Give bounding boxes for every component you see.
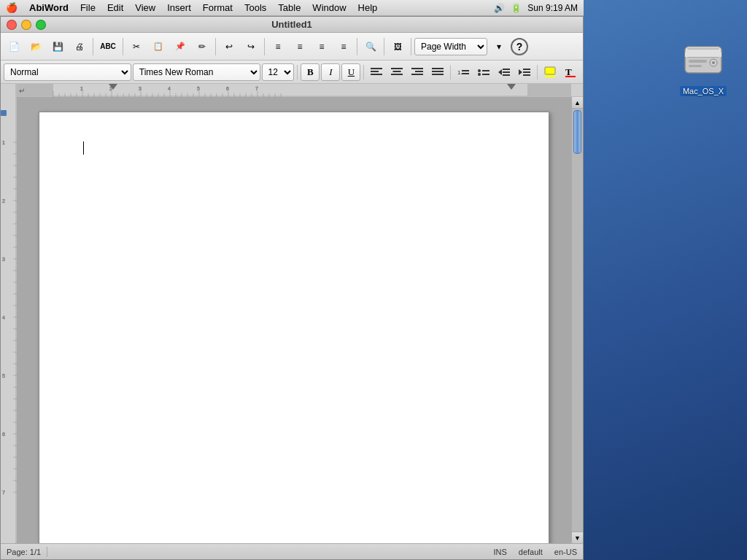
view-menu[interactable]: View bbox=[135, 2, 155, 13]
svg-point-23 bbox=[478, 69, 481, 72]
zoom-select[interactable]: Page Width 100% 75% 150% bbox=[414, 38, 487, 55]
hdd-icon-image bbox=[680, 36, 727, 83]
language: en-US bbox=[554, 548, 577, 556]
font-select[interactable]: Times New Roman Arial Helvetica Courier … bbox=[133, 63, 260, 81]
main-area: 1 2 3 4 bbox=[17, 84, 583, 543]
indent-increase-button[interactable] bbox=[515, 63, 534, 81]
bold-icon: B bbox=[307, 66, 314, 78]
unordered-list-icon bbox=[478, 67, 489, 77]
file-menu[interactable]: File bbox=[80, 2, 96, 13]
svg-marker-31 bbox=[519, 69, 522, 75]
ordered-list-icon: 1. bbox=[457, 67, 469, 77]
svg-rect-16 bbox=[411, 74, 423, 75]
zoom-dropdown-button[interactable]: ▾ bbox=[489, 36, 509, 57]
cut-button[interactable]: ✂ bbox=[126, 36, 147, 57]
svg-text:6: 6 bbox=[2, 432, 5, 437]
format-sep-3 bbox=[450, 65, 451, 79]
page-info: Page: 1/1 bbox=[7, 548, 41, 556]
svg-rect-2 bbox=[685, 52, 721, 57]
apple-menu[interactable]: 🍎 bbox=[6, 2, 18, 13]
align-left-icon: ≡ bbox=[275, 42, 280, 52]
separator-7 bbox=[411, 38, 411, 55]
app-name-menu[interactable]: AbiWord bbox=[29, 2, 69, 13]
svg-text:5: 5 bbox=[2, 373, 5, 378]
insert-menu[interactable]: Insert bbox=[167, 2, 191, 13]
svg-text:4: 4 bbox=[168, 86, 171, 91]
window-menu[interactable]: Window bbox=[312, 2, 346, 13]
tools-menu[interactable]: Tools bbox=[244, 2, 266, 13]
font-color-button[interactable]: T bbox=[561, 63, 580, 81]
text-align-left-button[interactable] bbox=[367, 63, 386, 81]
indent-decrease-button[interactable] bbox=[495, 63, 514, 81]
highlight-color-button[interactable] bbox=[541, 63, 560, 81]
speaker-icon: 🔊 bbox=[494, 3, 505, 13]
justify-button[interactable]: ≡ bbox=[333, 36, 354, 57]
ordered-list-button[interactable]: 1. bbox=[454, 63, 473, 81]
undo-icon: ↩ bbox=[225, 42, 233, 52]
separator-2 bbox=[123, 38, 123, 55]
underline-icon: U bbox=[348, 66, 355, 78]
svg-rect-32 bbox=[523, 69, 530, 70]
help-button[interactable]: ? bbox=[511, 38, 528, 55]
unordered-list-button[interactable] bbox=[474, 63, 493, 81]
svg-rect-29 bbox=[503, 71, 510, 73]
underline-button[interactable]: U bbox=[341, 63, 360, 81]
svg-text:1.: 1. bbox=[457, 69, 462, 76]
scroll-down-button[interactable]: ▼ bbox=[572, 532, 584, 543]
justify-icon bbox=[432, 67, 444, 77]
justify-icon: ≡ bbox=[341, 42, 346, 52]
svg-text:4: 4 bbox=[2, 315, 5, 320]
format-menu[interactable]: Format bbox=[203, 2, 233, 13]
document-scroll[interactable] bbox=[17, 97, 571, 543]
svg-text:1: 1 bbox=[2, 140, 5, 145]
svg-rect-28 bbox=[503, 69, 510, 70]
document-page[interactable] bbox=[39, 112, 549, 543]
copy-button[interactable]: 📋 bbox=[148, 36, 169, 57]
new-button[interactable]: 📄 bbox=[4, 36, 24, 57]
main-toolbar: 📄 📂 💾 🖨 ABC ✂ 📋 📌 ✏ ↩ bbox=[1, 33, 583, 61]
print-button[interactable]: 🖨 bbox=[69, 36, 90, 57]
text-align-right-button[interactable] bbox=[408, 63, 427, 81]
scroll-thumb[interactable] bbox=[573, 110, 581, 154]
status-sep-1 bbox=[47, 547, 47, 557]
svg-rect-79 bbox=[1, 110, 7, 116]
svg-text:1: 1 bbox=[80, 86, 83, 91]
desktop-icon-macosx[interactable]: Mac_OS_X bbox=[674, 36, 732, 96]
minimize-button[interactable] bbox=[21, 20, 31, 30]
format-toolbar: Normal Heading 1 Heading 2 Heading 3 Tim… bbox=[1, 61, 583, 84]
table-menu[interactable]: Table bbox=[278, 2, 301, 13]
redo-button[interactable]: ↪ bbox=[241, 36, 261, 57]
find-button[interactable]: 🔍 bbox=[360, 36, 381, 57]
style-select[interactable]: Normal Heading 1 Heading 2 Heading 3 bbox=[4, 63, 131, 81]
italic-icon: I bbox=[329, 66, 332, 78]
edit-menu[interactable]: Edit bbox=[107, 2, 123, 13]
align-right-button[interactable]: ≡ bbox=[311, 36, 332, 57]
bold-button[interactable]: B bbox=[301, 63, 320, 81]
format-sep-1 bbox=[297, 65, 298, 79]
font-color-icon: T bbox=[565, 66, 576, 78]
vertical-scrollbar[interactable]: ▲ ▼ bbox=[571, 97, 583, 543]
scroll-track[interactable] bbox=[572, 109, 583, 532]
align-right-icon: ≡ bbox=[319, 42, 324, 52]
separator-1 bbox=[93, 38, 93, 55]
size-select[interactable]: 12 891011 14161824 bbox=[262, 63, 295, 81]
align-left-button[interactable]: ≡ bbox=[268, 36, 288, 57]
close-button[interactable] bbox=[7, 20, 17, 30]
spellcheck-button[interactable]: ABC bbox=[96, 36, 120, 57]
format-painter-button[interactable]: ✏ bbox=[192, 36, 212, 57]
save-button[interactable]: 💾 bbox=[47, 36, 68, 57]
paste-button[interactable]: 📌 bbox=[170, 36, 190, 57]
scroll-up-button[interactable]: ▲ bbox=[572, 97, 584, 109]
svg-rect-6 bbox=[689, 65, 702, 67]
indent-increase-icon bbox=[519, 67, 530, 77]
undo-button[interactable]: ↩ bbox=[219, 36, 239, 57]
text-justify-button[interactable] bbox=[428, 63, 447, 81]
open-button[interactable]: 📂 bbox=[26, 36, 46, 57]
svg-rect-83 bbox=[527, 84, 571, 96]
image-button[interactable]: 🖼 bbox=[387, 36, 408, 57]
maximize-button[interactable] bbox=[36, 20, 46, 30]
align-center-button[interactable]: ≡ bbox=[290, 36, 310, 57]
italic-button[interactable]: I bbox=[321, 63, 340, 81]
help-menu[interactable]: Help bbox=[358, 2, 378, 13]
text-align-center-button[interactable] bbox=[387, 63, 406, 81]
